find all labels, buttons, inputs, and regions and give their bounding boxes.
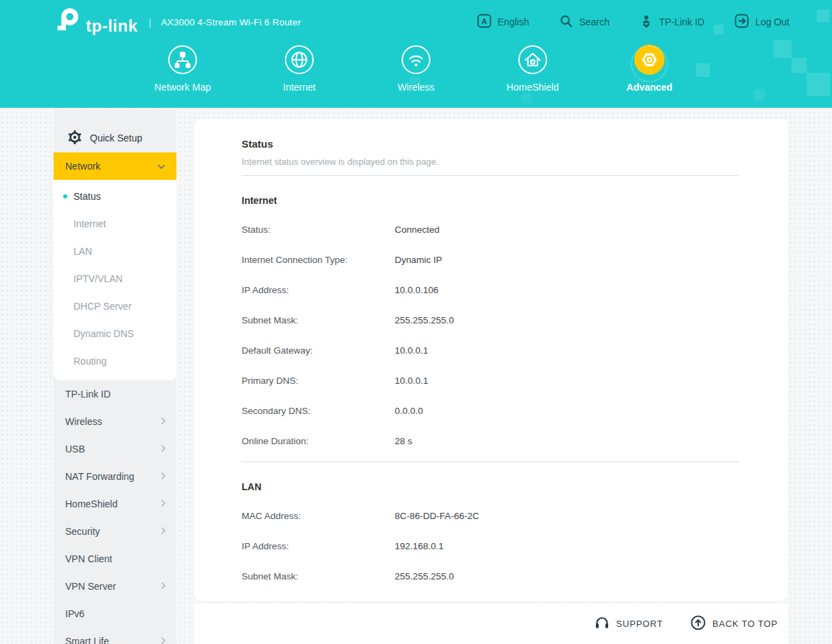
sidebar-item-smart-life[interactable]: Smart Life: [54, 628, 176, 644]
nav-homeshield[interactable]: HomeShield: [474, 44, 591, 93]
info-row: Primary DNS: 10.0.0.1: [242, 365, 739, 395]
divider: [242, 175, 739, 176]
row-value: 10.0.0.1: [395, 345, 428, 356]
brand-separator: |: [149, 16, 152, 28]
info-row: Internet Connection Type: Dynamic IP: [242, 244, 739, 275]
search-label: Search: [579, 16, 610, 27]
language-label: English: [498, 16, 529, 27]
logout-button[interactable]: Log Out: [735, 14, 789, 30]
info-row: Default Gateway: 10.0.0.1: [242, 335, 739, 365]
info-row: MAC Address: 8C-86-DD-FA-66-2C: [242, 501, 739, 531]
row-value: 255.255.255.0: [395, 571, 454, 582]
homeshield-label: HomeShield: [65, 498, 117, 509]
row-value: 8C-86-DD-FA-66-2C: [395, 511, 479, 521]
sidebar-item-network[interactable]: Network: [54, 152, 176, 180]
status-label: Status: [73, 191, 101, 202]
sidebar-item-vpn-client[interactable]: VPN Client: [54, 545, 176, 573]
sidebar-item-usb[interactable]: USB: [54, 435, 176, 463]
info-row: Status: Connected: [242, 214, 739, 244]
nav-wireless-label: Wireless: [397, 82, 435, 93]
internet-label: Internet: [73, 218, 106, 229]
iptv-vlan-label: IPTV/VLAN: [73, 273, 123, 284]
wireless-icon: [400, 44, 432, 76]
vpn-client-label: VPN Client: [65, 553, 112, 564]
info-row: IP Address: 10.0.0.106: [242, 275, 739, 305]
chevron-right-icon: [161, 498, 166, 509]
section-heading-internet: Internet: [242, 195, 739, 206]
tplink-logo[interactable]: tp-link: [52, 8, 138, 36]
network-label: Network: [65, 161, 100, 172]
row-value: 192.168.0.1: [395, 541, 443, 551]
sidebar-item-dynamic-dns[interactable]: Dynamic DNS: [54, 320, 176, 347]
headset-icon: [594, 616, 610, 632]
internet-info-rows: Status: Connected Internet Connection Ty…: [242, 214, 739, 456]
nav-internet[interactable]: Internet: [241, 44, 358, 93]
decor-square: [522, 93, 531, 103]
svg-text:A: A: [481, 17, 487, 25]
chevron-right-icon: [161, 581, 166, 592]
row-value: Connected: [395, 225, 439, 235]
dynamic-dns-label: Dynamic DNS: [73, 328, 134, 339]
sidebar: Quick Setup Network Status Internet LAN …: [54, 110, 176, 644]
internet-icon: [284, 44, 315, 76]
row-label: Subnet Mask:: [242, 315, 395, 325]
chevron-right-icon: [161, 471, 166, 482]
nav-advanced-label: Advanced: [627, 82, 673, 93]
lan-label: LAN: [73, 246, 92, 257]
row-label: Status:: [242, 225, 395, 235]
row-label: Subnet Mask:: [242, 571, 395, 582]
nav-internet-label: Internet: [283, 82, 315, 93]
tplink-id-button[interactable]: TP-Link ID: [640, 14, 704, 30]
language-selector[interactable]: A English: [477, 14, 529, 30]
sidebar-item-internet[interactable]: Internet: [54, 210, 176, 238]
top-header: tp-link | AX3000 4-Stream Wi-Fi 6 Router…: [0, 0, 832, 108]
row-value: 10.0.0.1: [395, 376, 428, 386]
row-label: Internet Connection Type:: [242, 255, 395, 265]
section-heading-lan: LAN: [242, 481, 739, 492]
back-to-top-button[interactable]: BACK TO TOP: [691, 615, 778, 632]
nav-wireless[interactable]: Wireless: [358, 44, 474, 93]
sidebar-item-wireless[interactable]: Wireless: [54, 408, 176, 435]
nav-network-map[interactable]: Network Map: [124, 44, 241, 93]
sidebar-item-dhcp-server[interactable]: DHCP Server: [54, 292, 176, 320]
sidebar-item-routing[interactable]: Routing: [54, 347, 176, 375]
search-icon: [559, 14, 573, 30]
active-bullet: [63, 194, 67, 198]
nav-advanced[interactable]: Advanced: [591, 44, 708, 93]
sidebar-item-quick-setup[interactable]: Quick Setup: [54, 110, 176, 152]
row-label: Online Duration:: [242, 436, 395, 446]
routing-label: Routing: [73, 356, 106, 367]
smart-life-label: Smart Life: [65, 636, 109, 644]
ipv6-label: IPv6: [65, 608, 84, 619]
chevron-down-icon: [157, 161, 165, 172]
info-row: Online Duration: 28 s: [242, 426, 739, 456]
header-links: A English Search: [477, 14, 789, 30]
vpn-server-label: VPN Server: [65, 581, 116, 592]
logout-icon: [735, 14, 749, 30]
router-admin-page: tp-link | AX3000 4-Stream Wi-Fi 6 Router…: [0, 0, 832, 644]
row-label: MAC Address:: [242, 511, 395, 521]
search-button[interactable]: Search: [559, 14, 610, 30]
advanced-halo: [631, 45, 668, 82]
sidebar-item-security[interactable]: Security: [54, 518, 176, 545]
sidebar-item-nat-forwarding[interactable]: NAT Forwarding: [54, 463, 176, 490]
homeshield-icon: [517, 44, 548, 76]
chevron-right-icon: [161, 416, 166, 427]
sidebar-item-ipv6[interactable]: IPv6: [54, 600, 176, 628]
sidebar-item-status[interactable]: Status: [54, 183, 176, 210]
sidebar-item-tplink-id[interactable]: TP-Link ID: [54, 380, 176, 408]
sidebar-item-vpn-server[interactable]: VPN Server: [54, 573, 176, 600]
tplink-logo-icon: [52, 8, 81, 36]
nav-homeshield-label: HomeShield: [507, 82, 559, 93]
sidebar-item-homeshield[interactable]: HomeShield: [54, 490, 176, 518]
sidebar-item-lan[interactable]: LAN: [54, 238, 176, 265]
row-label: Primary DNS:: [242, 376, 395, 386]
support-button[interactable]: SUPPORT: [594, 616, 663, 632]
row-value: 28 s: [395, 436, 413, 446]
sidebar-item-iptv-vlan[interactable]: IPTV/VLAN: [54, 265, 176, 292]
quick-setup-label: Quick Setup: [90, 133, 142, 143]
nav-network-map-label: Network Map: [154, 82, 211, 93]
row-value: 10.0.0.106: [395, 285, 439, 295]
language-icon: A: [477, 14, 492, 30]
dhcp-server-label: DHCP Server: [73, 301, 132, 312]
